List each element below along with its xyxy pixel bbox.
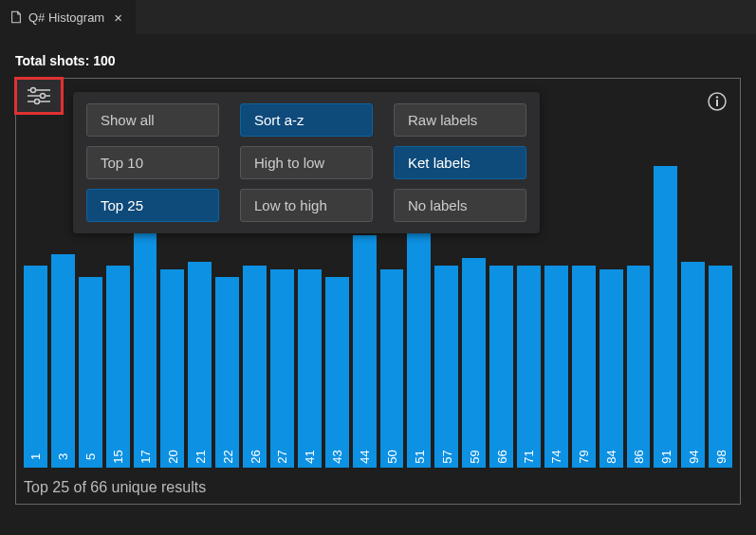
bar-wrap: 94 [681,86,705,468]
sliders-icon [26,86,52,105]
bar-label: 15 [111,450,125,463]
bar-label: 20 [165,450,179,463]
tab-bar: Q# Histogram × [0,0,756,34]
histogram-bar[interactable] [243,266,267,468]
svg-point-5 [35,100,40,104]
bar-label: 22 [220,450,234,463]
histogram-bar[interactable] [298,269,322,468]
bar-label: 3 [56,453,70,460]
histogram-bar[interactable] [489,266,513,468]
filter-option-0[interactable]: Show all [86,103,219,137]
sort-option-1[interactable]: High to low [240,146,373,179]
bar-label: 44 [358,450,372,463]
histogram-bar[interactable] [215,277,239,468]
histogram-bar[interactable] [654,166,677,468]
labels-option-0[interactable]: Raw labels [394,103,526,137]
histogram-bar[interactable] [353,235,377,468]
tab-qsharp-histogram[interactable]: Q# Histogram × [0,0,136,34]
histogram-bar[interactable] [407,224,431,468]
sort-option-0[interactable]: Sort a-z [240,103,373,137]
histogram-bar[interactable] [79,277,102,468]
filter-option-2[interactable]: Top 25 [86,189,219,222]
bar-label: 1 [28,453,43,460]
bar-label: 79 [577,450,591,463]
bar-label: 84 [604,450,618,463]
sort-column: Sort a-zHigh to lowLow to high [240,103,373,222]
histogram-bar[interactable] [434,266,458,468]
histogram-bar[interactable] [270,269,294,468]
histogram-bar[interactable] [462,258,486,468]
histogram-bar[interactable] [709,266,732,468]
footer-text: Top 25 of 66 unique results [24,479,206,496]
bar-wrap: 74 [544,86,568,468]
histogram-bar[interactable] [51,254,75,468]
bar-label: 21 [193,450,207,463]
bar-label: 51 [412,450,426,463]
histogram-bar[interactable] [572,266,596,468]
bar-wrap: 98 [709,86,732,468]
filter-option-1[interactable]: Top 10 [86,146,219,179]
bar-wrap: 86 [627,86,651,468]
histogram-bar[interactable] [134,231,157,468]
bar-wrap: 84 [599,86,623,468]
bar-label: 98 [713,450,728,463]
options-toolbar: Show allTop 10Top 25 Sort a-zHigh to low… [73,92,540,233]
bar-label: 59 [467,450,481,463]
histogram-bar[interactable] [24,266,47,468]
content-area: Total shots: 100 Show allTop 10Top 25 So… [0,34,756,520]
histogram-bar[interactable] [325,277,349,468]
bar-label: 41 [303,450,317,463]
bar-label: 57 [439,450,453,463]
histogram-bar[interactable] [681,262,705,468]
close-icon[interactable]: × [110,9,126,26]
bar-label: 66 [494,450,508,463]
labels-option-2[interactable]: No labels [394,189,526,222]
bar-label: 71 [522,450,536,463]
total-shots-label: Total shots: 100 [15,53,741,68]
histogram-bar[interactable] [380,269,404,468]
bar-label: 86 [632,450,646,463]
tab-title: Q# Histogram [28,10,104,25]
svg-point-1 [31,88,36,93]
bar-wrap: 79 [572,86,596,468]
bar-label: 26 [248,450,262,463]
histogram-bar[interactable] [188,262,212,468]
histogram-frame: Show allTop 10Top 25 Sort a-zHigh to low… [15,78,741,505]
histogram-bar[interactable] [517,266,541,468]
bar-wrap: 3 [51,86,75,468]
file-icon [9,10,23,24]
histogram-bar[interactable] [160,269,184,468]
bar-label: 27 [275,450,289,463]
bar-label: 74 [549,450,563,463]
bar-label: 50 [385,450,399,463]
sort-option-2[interactable]: Low to high [240,189,373,222]
histogram-bar[interactable] [627,266,651,468]
bar-label: 17 [138,450,153,463]
histogram-bar[interactable] [106,266,130,468]
settings-button[interactable] [14,77,64,115]
filter-column: Show allTop 10Top 25 [86,103,219,222]
bar-label: 5 [83,453,98,460]
bar-wrap: 1 [24,86,47,468]
bar-wrap: 91 [654,86,677,468]
bar-label: 91 [658,450,673,463]
labels-column: Raw labelsKet labelsNo labels [394,103,526,222]
labels-option-1[interactable]: Ket labels [394,146,526,179]
bar-label: 94 [686,450,700,463]
svg-point-3 [41,94,46,99]
histogram-bar[interactable] [599,269,623,468]
bar-label: 43 [330,450,344,463]
histogram-bar[interactable] [544,266,568,468]
